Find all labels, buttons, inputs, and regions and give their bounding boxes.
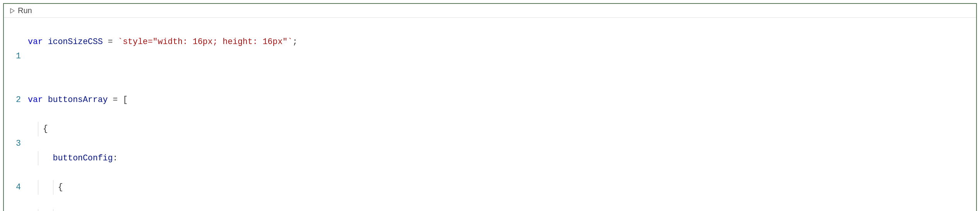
code-area[interactable]: 1 2 3 4 5 6 7 8 9 10 11 12 13 var iconSi… [4,18,976,211]
line-number: 2 [4,93,21,107]
svg-marker-0 [10,9,14,13]
line-gutter: 1 2 3 4 5 6 7 8 9 10 11 12 13 [4,20,28,211]
code-content[interactable]: var iconSizeCSS = `style="width: 16px; h… [28,20,976,211]
line-number: 1 [4,49,21,64]
editor-toolbar: Run [4,4,976,18]
line-number: 4 [4,180,21,195]
line-number: 3 [4,136,21,151]
code-editor: Run 1 2 3 4 5 6 7 8 9 10 11 12 13 var ic… [3,3,977,211]
play-icon[interactable] [9,8,15,14]
run-button-label[interactable]: Run [18,6,32,15]
